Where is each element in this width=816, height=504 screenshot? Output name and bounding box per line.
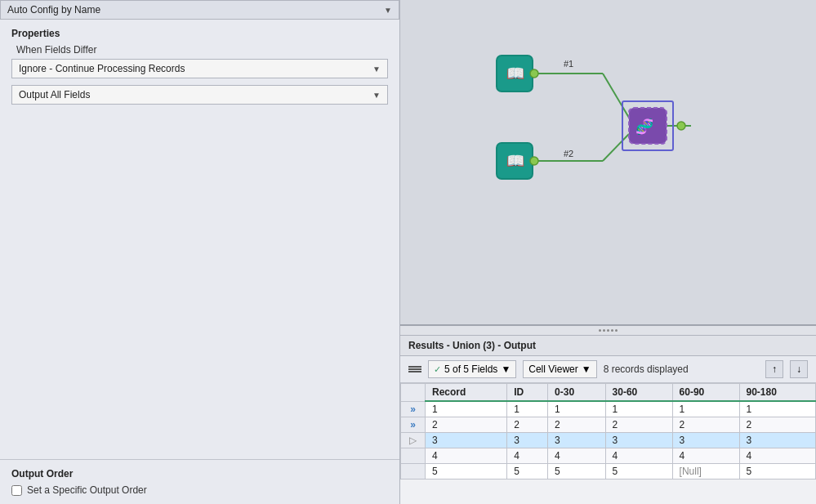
specific-output-order-row: Set a Specific Output Order	[11, 484, 388, 496]
properties-section: Properties When Fields Differ Ignore - C…	[0, 20, 399, 459]
table-cell: 4	[548, 448, 606, 464]
table-cell: 2	[672, 417, 739, 433]
table-cell: 1	[548, 401, 606, 417]
table-cell: 2	[548, 417, 606, 433]
output-fields-value: Output All Fields	[19, 89, 90, 100]
canvas-svg: #1 #2 📖 📖 🧬	[400, 0, 816, 324]
col-60-90: 60-90	[672, 384, 739, 402]
when-fields-differ-label: When Fields Differ	[16, 44, 388, 56]
row-icon: »	[401, 401, 426, 417]
col-0-30: 0-30	[548, 384, 606, 402]
table-cell: [Null]	[672, 464, 739, 479]
row-icon	[401, 464, 426, 479]
col-id: ID	[507, 384, 548, 402]
svg-text:#1: #1	[564, 59, 573, 69]
table-row[interactable]: 444444	[401, 448, 816, 464]
table-cell: 3	[739, 433, 815, 448]
svg-line-1	[603, 74, 629, 118]
cell-viewer-label: Cell Viewer	[528, 364, 577, 375]
table-cell: 4	[672, 448, 739, 464]
table-cell: 3	[605, 433, 672, 448]
specific-output-order-label: Set a Specific Output Order	[27, 484, 147, 496]
results-table-container: Record ID 0-30 30-60 60-90 90-180 »11111…	[400, 383, 816, 504]
when-fields-differ-arrow: ▼	[372, 65, 381, 74]
results-toolbar: ✓ 5 of 5 Fields ▼ Cell Viewer ▼ 8 record…	[400, 356, 816, 383]
output-fields-dropdown[interactable]: Output All Fields ▼	[11, 85, 388, 105]
col-30-60: 30-60	[605, 384, 672, 402]
list-icon[interactable]	[408, 366, 421, 372]
auto-config-arrow: ▼	[384, 6, 392, 15]
table-cell: 4	[739, 448, 815, 464]
when-fields-differ-value: Ignore - Continue Processing Records	[19, 63, 185, 74]
table-cell: 5	[548, 464, 606, 479]
table-row[interactable]: »222222	[401, 417, 816, 433]
table-cell: 4	[507, 448, 548, 464]
table-cell: 2	[605, 417, 672, 433]
table-cell: 1	[507, 401, 548, 417]
table-cell: 4	[426, 448, 507, 464]
specific-output-order-checkbox[interactable]	[11, 485, 22, 496]
table-cell: 5	[426, 464, 507, 479]
row-icon-col-header	[401, 384, 426, 402]
table-row[interactable]: ▷333333	[401, 433, 816, 448]
fields-dropdown[interactable]: ✓ 5 of 5 Fields ▼	[428, 360, 516, 378]
table-cell: 5	[507, 464, 548, 479]
table-cell: 5	[739, 464, 815, 479]
svg-point-9	[530, 69, 538, 78]
nav-down-button[interactable]: ↓	[790, 360, 808, 378]
svg-text:#2: #2	[564, 149, 573, 158]
results-header: Results - Union (3) - Output	[400, 336, 816, 356]
svg-point-12	[530, 157, 538, 165]
row-icon: ▷	[401, 433, 426, 448]
table-cell: 2	[507, 417, 548, 433]
table-cell: 2	[739, 417, 815, 433]
table-cell: 5	[605, 464, 672, 479]
table-cell: 1	[426, 401, 507, 417]
right-panel: #1 #2 📖 📖 🧬	[400, 0, 816, 504]
results-panel: Results - Union (3) - Output ✓ 5 of 5 Fi…	[400, 324, 816, 504]
fields-label: 5 of 5 Fields	[444, 364, 497, 375]
properties-label: Properties	[11, 28, 388, 39]
svg-text:📖: 📖	[506, 65, 525, 83]
output-fields-arrow: ▼	[372, 91, 381, 100]
col-record: Record	[426, 384, 507, 402]
table-cell: 3	[672, 433, 739, 448]
table-cell: 3	[507, 433, 548, 448]
table-cell: 3	[426, 433, 507, 448]
table-cell: 4	[605, 448, 672, 464]
when-fields-differ-dropdown[interactable]: Ignore - Continue Processing Records ▼	[11, 59, 388, 78]
drag-handle[interactable]	[400, 326, 816, 336]
records-displayed: 8 records displayed	[604, 364, 759, 375]
svg-text:📖: 📖	[506, 152, 525, 170]
table-cell: 1	[739, 401, 815, 417]
row-icon: »	[401, 417, 426, 433]
nav-up-button[interactable]: ↑	[765, 360, 783, 378]
table-cell: 1	[605, 401, 672, 417]
auto-config-label: Auto Config by Name	[7, 4, 100, 16]
cell-viewer-arrow: ▼	[582, 364, 591, 375]
output-order-section: Output Order Set a Specific Output Order	[0, 459, 399, 504]
col-90-180: 90-180	[739, 384, 815, 402]
table-cell: 1	[672, 401, 739, 417]
table-header-row: Record ID 0-30 30-60 60-90 90-180	[401, 384, 816, 402]
canvas-area: #1 #2 📖 📖 🧬	[400, 0, 816, 324]
checkmark-icon: ✓	[434, 364, 441, 375]
svg-point-16	[677, 122, 685, 130]
table-cell: 3	[548, 433, 606, 448]
table-cell: 2	[426, 417, 507, 433]
output-order-label: Output Order	[11, 468, 388, 479]
results-table: Record ID 0-30 30-60 60-90 90-180 »11111…	[400, 383, 816, 479]
left-panel: Auto Config by Name ▼ Properties When Fi…	[0, 0, 400, 504]
auto-config-dropdown[interactable]: Auto Config by Name ▼	[0, 0, 399, 20]
cell-viewer-dropdown[interactable]: Cell Viewer ▼	[523, 360, 596, 378]
table-row[interactable]: »111111	[401, 401, 816, 417]
svg-text:🧬: 🧬	[635, 118, 654, 136]
fields-arrow: ▼	[501, 364, 511, 375]
svg-line-4	[603, 134, 629, 161]
table-row[interactable]: 5555[Null]5	[401, 464, 816, 479]
row-icon	[401, 448, 426, 464]
